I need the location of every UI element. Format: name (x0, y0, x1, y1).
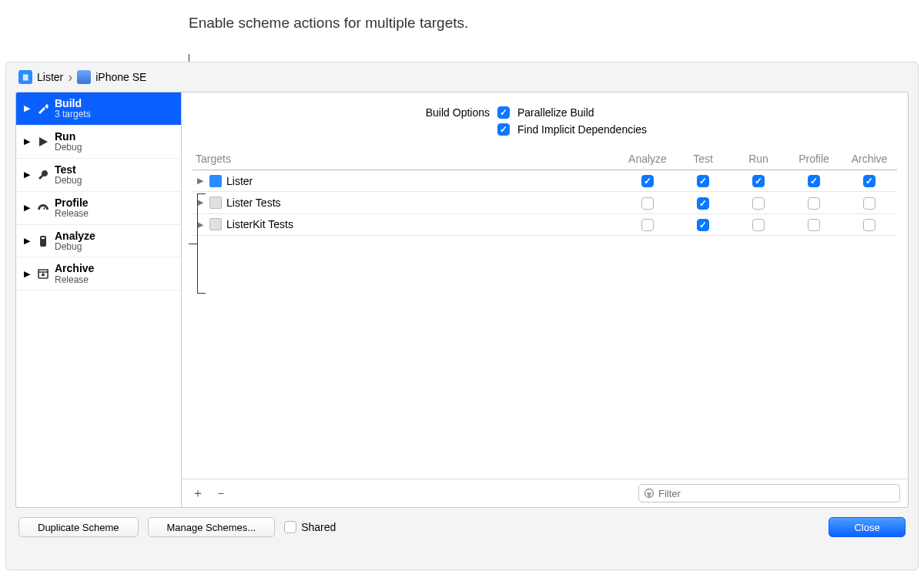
table-row[interactable]: ▶ListerKit Tests (192, 213, 897, 235)
scheme-actions-sidebar: ▶ Build 3 targets ▶ Run (16, 92, 182, 507)
action-subtitle: Debug (55, 242, 95, 253)
action-title: Archive (55, 262, 94, 274)
col-profile[interactable]: Profile (786, 148, 842, 170)
scheme-action-profile[interactable]: ▶ Profile Release (16, 192, 181, 225)
gauge-icon (36, 201, 50, 215)
annotation-caption: Enable scheme actions for multiple targe… (189, 14, 468, 32)
scheme-action-analyze[interactable]: ▶ Analyze Debug (16, 225, 181, 258)
action-title: Profile (55, 197, 89, 209)
disclosure-triangle-icon[interactable]: ▶ (24, 269, 32, 279)
duplicate-scheme-button[interactable]: Duplicate Scheme (18, 517, 139, 537)
find-implicit-deps-checkbox[interactable] (497, 123, 510, 136)
run-checkbox[interactable] (752, 175, 765, 187)
profile-checkbox[interactable] (808, 175, 820, 187)
action-title: Run (55, 130, 82, 143)
scheme-action-build[interactable]: ▶ Build 3 targets (16, 92, 181, 126)
annotation-connector (189, 244, 198, 244)
filter-input[interactable] (658, 488, 895, 499)
disclosure-triangle-icon[interactable]: ▶ (24, 136, 32, 146)
parallelize-build-checkbox[interactable] (497, 106, 510, 119)
disclosure-triangle-icon[interactable]: ▶ (196, 176, 205, 186)
targets-table: Targets Analyze Test Run Profile Archive… (192, 148, 897, 236)
action-subtitle: Release (55, 275, 94, 286)
action-subtitle: Debug (55, 143, 82, 153)
close-button[interactable]: Close (829, 517, 906, 537)
table-toolbar: ＋ － (182, 479, 908, 507)
test-checkbox[interactable] (697, 197, 709, 210)
action-subtitle: Release (55, 209, 89, 220)
scheme-editor-body: ▶ Build 3 targets ▶ Run (15, 92, 909, 508)
archive-checkbox[interactable] (863, 175, 875, 187)
test-checkbox[interactable] (697, 219, 709, 231)
breadcrumb-device: iPhone SE (95, 71, 146, 83)
scheme-editor-window: ≣ Lister › iPhone SE ▶ Build 3 targets (5, 62, 919, 570)
device-icon (77, 70, 91, 84)
action-title: Test (55, 163, 82, 176)
action-subtitle: 3 targets (55, 109, 91, 120)
col-test[interactable]: Test (675, 148, 731, 170)
archive-checkbox[interactable] (863, 197, 875, 210)
scheme-action-archive[interactable]: ▶ Archive Release (16, 257, 181, 291)
hammer-icon (36, 102, 50, 116)
run-checkbox[interactable] (752, 219, 765, 231)
breadcrumb-scheme: Lister (37, 71, 63, 83)
profile-checkbox[interactable] (808, 219, 820, 231)
parallelize-build-label: Parallelize Build (517, 106, 594, 119)
scheme-breadcrumb[interactable]: ≣ Lister › iPhone SE (6, 62, 918, 92)
build-options-label: Build Options (197, 106, 490, 119)
chevron-right-icon: › (68, 70, 72, 84)
archive-checkbox[interactable] (863, 219, 875, 231)
app-icon: ≣ (18, 70, 32, 84)
col-run[interactable]: Run (731, 148, 786, 170)
annotation-bracket (197, 193, 213, 294)
manage-schemes-button[interactable]: Manage Schemes... (148, 517, 276, 537)
disclosure-triangle-icon[interactable]: ▶ (24, 203, 32, 213)
build-pane: Build Options Parallelize Build Find Imp… (182, 92, 908, 507)
disclosure-triangle-icon[interactable]: ▶ (24, 103, 32, 113)
filter-icon (644, 488, 654, 499)
col-archive[interactable]: Archive (842, 148, 897, 170)
analyze-icon (36, 234, 50, 248)
wrench-icon (36, 168, 50, 182)
archive-icon (36, 267, 50, 281)
analyze-checkbox[interactable] (641, 175, 654, 187)
analyze-checkbox[interactable] (641, 197, 654, 210)
scheme-action-test[interactable]: ▶ Test Debug (16, 159, 181, 192)
disclosure-triangle-icon[interactable]: ▶ (24, 236, 32, 246)
build-options: Build Options Parallelize Build Find Imp… (182, 92, 908, 148)
table-row[interactable]: ▶Lister Tests (192, 192, 897, 213)
profile-checkbox[interactable] (808, 197, 820, 210)
shared-label: Shared (301, 521, 336, 533)
table-row[interactable]: ▶Lister (192, 170, 897, 192)
remove-target-button[interactable]: － (213, 485, 229, 502)
test-checkbox[interactable] (697, 175, 709, 187)
shared-checkbox[interactable] (284, 521, 296, 533)
target-name: ListerKit Tests (226, 218, 293, 230)
run-checkbox[interactable] (752, 197, 765, 210)
action-title: Build (55, 97, 91, 109)
disclosure-triangle-icon[interactable]: ▶ (24, 170, 32, 180)
scheme-action-run[interactable]: ▶ Run Debug (16, 126, 181, 159)
col-analyze[interactable]: Analyze (620, 148, 675, 170)
add-target-button[interactable]: ＋ (189, 485, 206, 502)
analyze-checkbox[interactable] (641, 219, 654, 231)
target-icon (209, 175, 222, 187)
action-title: Analyze (55, 230, 95, 242)
target-name: Lister Tests (226, 197, 281, 209)
svg-rect-1 (42, 237, 45, 239)
target-name: Lister (226, 175, 253, 187)
action-subtitle: Debug (55, 176, 82, 187)
find-implicit-deps-label: Find Implicit Dependencies (517, 123, 647, 136)
play-icon (36, 135, 50, 149)
filter-field[interactable] (638, 484, 900, 502)
dialog-footer: Duplicate Scheme Manage Schemes... Share… (6, 508, 918, 546)
col-targets[interactable]: Targets (192, 148, 620, 170)
